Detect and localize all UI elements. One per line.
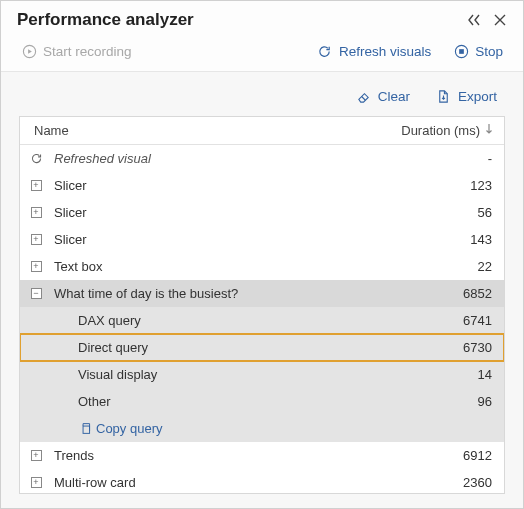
column-duration[interactable]: Duration (ms)	[401, 123, 494, 138]
table-row[interactable]: Other96	[20, 388, 504, 415]
expand-icon[interactable]: +	[28, 205, 44, 221]
close-icon[interactable]	[489, 9, 511, 31]
clear-label: Clear	[378, 89, 410, 104]
export-icon	[436, 88, 452, 104]
row-label: Text box	[54, 259, 470, 274]
table-row[interactable]: DAX query6741	[20, 307, 504, 334]
clear-button[interactable]: Clear	[352, 86, 414, 106]
row-duration: 14	[470, 367, 492, 382]
row-label: Refreshed visual	[54, 151, 480, 166]
table-body: Refreshed visual-+Slicer123+Slicer56+Sli…	[20, 145, 504, 493]
row-label: Slicer	[54, 232, 462, 247]
row-label: Slicer	[54, 178, 462, 193]
expand-icon[interactable]: +	[28, 259, 44, 275]
eraser-icon	[356, 88, 372, 104]
sort-descending-icon	[484, 123, 494, 138]
row-duration: 56	[470, 205, 492, 220]
refresh-visuals-label: Refresh visuals	[339, 44, 431, 59]
row-label: Direct query	[78, 340, 455, 355]
expand-icon[interactable]: +	[28, 232, 44, 248]
row-duration: 6912	[455, 448, 492, 463]
table-header: Name Duration (ms)	[20, 117, 504, 145]
row-duration: 22	[470, 259, 492, 274]
expand-icon[interactable]	[463, 9, 485, 31]
start-recording-button: Start recording	[17, 41, 136, 61]
row-duration: 96	[470, 394, 492, 409]
table-row[interactable]: +Trends6912	[20, 442, 504, 469]
table-row[interactable]: +Slicer56	[20, 199, 504, 226]
table-row[interactable]: +Slicer123	[20, 172, 504, 199]
toolbar: Start recording Refresh visuals Stop	[1, 35, 523, 72]
copy-icon	[78, 422, 92, 436]
export-label: Export	[458, 89, 497, 104]
titlebar: Performance analyzer	[1, 1, 523, 35]
svg-rect-3	[83, 426, 90, 433]
row-duration: 123	[462, 178, 492, 193]
export-button[interactable]: Export	[432, 86, 501, 106]
row-duration: 6730	[455, 340, 492, 355]
stop-icon	[453, 43, 469, 59]
panel-title: Performance analyzer	[17, 10, 459, 30]
collapse-icon[interactable]: −	[28, 286, 44, 302]
start-recording-label: Start recording	[43, 44, 132, 59]
table-row[interactable]: +Text box22	[20, 253, 504, 280]
row-duration: 143	[462, 232, 492, 247]
results-table: Name Duration (ms) Refreshed visual-+Sli…	[19, 116, 505, 494]
row-label: What time of day is the busiest?	[54, 286, 455, 301]
row-duration: -	[480, 151, 492, 166]
row-label: Slicer	[54, 205, 470, 220]
row-label: DAX query	[78, 313, 455, 328]
table-row[interactable]: Visual display14	[20, 361, 504, 388]
actionbar: Clear Export	[1, 72, 523, 116]
row-duration: 2360	[455, 475, 492, 490]
refresh-icon	[317, 43, 333, 59]
row-label: Visual display	[78, 367, 470, 382]
table-row[interactable]: +Slicer143	[20, 226, 504, 253]
refresh-icon	[28, 151, 44, 167]
record-icon	[21, 43, 37, 59]
table-row[interactable]: Direct query6730	[20, 334, 504, 361]
table-row[interactable]: Copy query	[20, 415, 504, 442]
refresh-visuals-button[interactable]: Refresh visuals	[313, 41, 435, 61]
column-duration-label: Duration (ms)	[401, 123, 480, 138]
stop-button[interactable]: Stop	[449, 41, 507, 61]
row-label: Trends	[54, 448, 455, 463]
expand-icon[interactable]: +	[28, 448, 44, 464]
row-label: Other	[78, 394, 470, 409]
table-row[interactable]: +Multi-row card2360	[20, 469, 504, 493]
table-row[interactable]: −What time of day is the busiest?6852	[20, 280, 504, 307]
row-duration: 6852	[455, 286, 492, 301]
table-row[interactable]: Refreshed visual-	[20, 145, 504, 172]
row-label: Multi-row card	[54, 475, 455, 490]
stop-label: Stop	[475, 44, 503, 59]
expand-icon[interactable]: +	[28, 178, 44, 194]
column-name[interactable]: Name	[34, 123, 401, 138]
expand-icon[interactable]: +	[28, 475, 44, 491]
row-duration: 6741	[455, 313, 492, 328]
performance-analyzer-panel: Performance analyzer Start recording Ref…	[0, 0, 524, 509]
row-label: Copy query	[96, 421, 492, 436]
svg-rect-2	[459, 49, 464, 54]
